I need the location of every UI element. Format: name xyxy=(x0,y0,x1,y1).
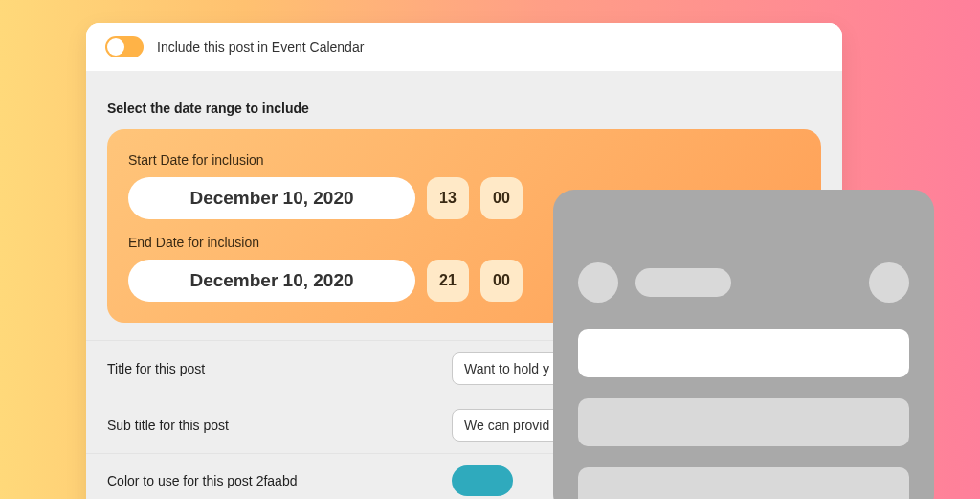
preview-card xyxy=(553,190,934,499)
include-calendar-toggle[interactable] xyxy=(105,36,144,57)
placeholder-field xyxy=(578,398,909,446)
toggle-knob xyxy=(107,38,124,56)
start-hour-input[interactable]: 13 xyxy=(427,177,469,219)
start-minute-input[interactable]: 00 xyxy=(480,177,523,219)
color-swatch[interactable] xyxy=(452,465,513,496)
subtitle-label: Sub title for this post xyxy=(107,418,452,433)
placeholder-field xyxy=(578,329,909,377)
placeholder-field xyxy=(578,467,909,499)
section-title: Select the date range to include xyxy=(86,93,842,129)
end-hour-input[interactable]: 21 xyxy=(427,260,469,302)
placeholder-bar xyxy=(635,268,731,297)
start-date-input[interactable]: December 10, 2020 xyxy=(128,177,415,219)
end-date-input[interactable]: December 10, 2020 xyxy=(128,260,415,302)
preview-header xyxy=(578,257,909,308)
panel-header: Include this post in Event Calendar xyxy=(86,23,842,72)
end-minute-input[interactable]: 00 xyxy=(480,260,523,302)
placeholder-circle-icon xyxy=(578,262,618,303)
toggle-label: Include this post in Event Calendar xyxy=(157,39,364,55)
start-date-label: Start Date for inclusion xyxy=(128,152,800,168)
placeholder-circle-icon xyxy=(869,262,909,303)
color-label: Color to use for this post 2faabd xyxy=(107,473,452,488)
title-label: Title for this post xyxy=(107,361,452,376)
